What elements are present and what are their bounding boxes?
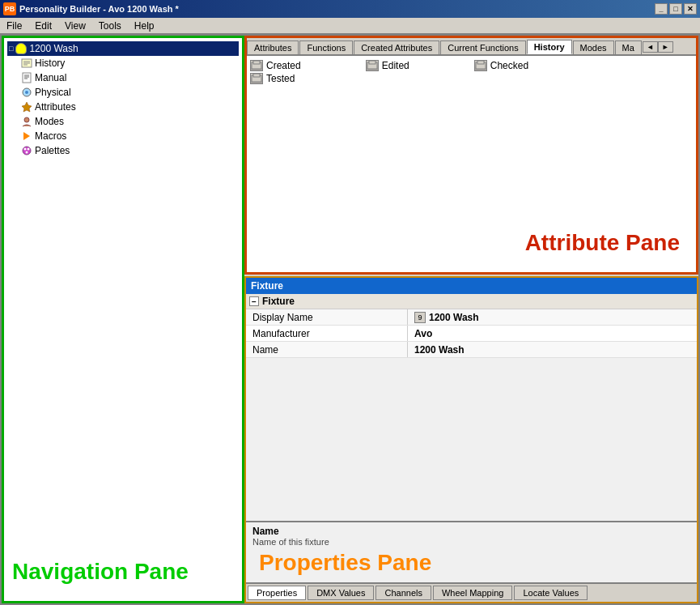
fixture-content: − Fixture Display Name 9 1200 Wash Manuf… [246,294,697,521]
edited-icon [366,60,379,71]
svg-rect-4 [23,73,31,83]
history-row-1: Created Edited [250,59,693,72]
display-name-badge: 9 [414,312,426,323]
svg-point-12 [24,148,27,151]
tree-item-palettes[interactable]: Palettes [7,143,239,158]
menu-view[interactable]: View [62,19,89,32]
window-title: Personality Builder - Avo 1200 Wash * [19,4,179,14]
attribute-pane-label: Attribute Pane [525,230,680,256]
macros-icon [20,130,33,143]
desc-text: Name of this fixture [252,537,690,547]
fixture-group-label: Fixture [262,296,295,307]
menu-tools[interactable]: Tools [95,19,125,32]
menu-file[interactable]: File [3,19,25,32]
prop-value-display-name: 9 1200 Wash [408,309,697,325]
tab-ma[interactable]: Ma [615,40,642,54]
history-item-checked-label: Checked [490,60,528,71]
bottom-tab-wheel-mapping[interactable]: Wheel Mapping [433,586,512,600]
tab-current-functions[interactable]: Current Functions [440,40,525,54]
svg-point-9 [25,91,28,94]
maximize-button[interactable]: □ [669,3,682,15]
tree-item-history-label: History [35,58,65,69]
bottom-tab-properties[interactable]: Properties [248,586,306,600]
properties-pane: Fixture − Fixture Display Name 9 1200 Wa… [244,276,698,603]
tree-item-manual[interactable]: Manual [7,70,239,85]
menu-help[interactable]: Help [131,19,158,32]
navigation-pane: □ 1200 Wash History [2,36,244,603]
tree-item-physical[interactable]: Physical [7,85,239,100]
history-item-edited-label: Edited [382,60,409,71]
tested-icon [250,73,263,84]
svg-point-13 [28,148,30,151]
palettes-svg-icon [21,145,32,156]
right-pane: Attributes Functions Created Attributes … [244,36,698,603]
tab-modes[interactable]: Modes [573,40,614,54]
title-bar: PB Personality Builder - Avo 1200 Wash *… [0,0,700,18]
bottom-tab-locate-values[interactable]: Locate Values [514,586,588,600]
history-item-tested-label: Tested [266,73,295,84]
tab-scroll-left[interactable]: ◄ [643,41,658,53]
history-item-checked: Checked [474,60,528,71]
checked-icon [474,60,487,71]
display-name-value: 1200 Wash [429,312,479,323]
manufacturer-value: Avo [414,328,432,339]
history-item-tested: Tested [250,73,295,84]
svg-rect-18 [369,61,375,64]
root-icon [15,42,28,55]
palettes-icon [20,144,33,157]
menu-bar: File Edit View Tools Help [0,18,700,34]
tab-created-attributes[interactable]: Created Attributes [354,40,439,54]
tree-root[interactable]: □ 1200 Wash [7,41,239,56]
attribute-tabs-bar: Attributes Functions Created Attributes … [247,38,696,56]
desc-label: Name [252,526,690,537]
svg-rect-22 [253,74,260,77]
tested-svg [251,74,262,83]
macros-arrow-icon [23,132,30,140]
fixture-group-header: − Fixture [246,294,697,309]
tab-history[interactable]: History [527,40,572,54]
expand-icon[interactable]: □ [9,45,13,53]
physical-svg-icon [21,87,32,98]
tab-scroll-right[interactable]: ► [658,41,673,53]
menu-edit[interactable]: Edit [32,19,55,32]
history-content: Created Edited [247,56,696,88]
prop-label-name: Name [246,342,408,357]
properties-pane-label: Properties Pane [252,547,438,579]
bottom-tab-dmx-values[interactable]: DMX Values [308,586,374,600]
prop-label-display-name: Display Name [246,309,408,325]
svg-point-14 [26,151,28,154]
prop-row-name: Name 1200 Wash [246,342,697,358]
created-svg [251,61,262,70]
tree-root-label: 1200 Wash [29,43,78,54]
description-panel: Name Name of this fixture Properties Pan… [246,521,697,582]
close-button[interactable]: ✕ [684,3,697,15]
fixture-header: Fixture [246,278,697,294]
tree-item-macros[interactable]: Macros [7,129,239,143]
tree-item-macros-label: Macros [35,130,66,142]
app-icon: PB [3,2,16,15]
app-icon-label: PB [5,5,15,13]
tree-item-modes-label: Modes [35,116,64,127]
created-icon [250,60,263,71]
tree-item-attributes[interactable]: Attributes [7,100,239,114]
tab-attributes[interactable]: Attributes [247,40,299,54]
tab-functions[interactable]: Functions [299,40,353,54]
bottom-tabs: Properties DMX Values Channels Wheel Map… [246,582,697,602]
nav-pane-label: Navigation Pane [12,559,189,585]
manual-svg-icon [21,72,32,83]
prop-row-manufacturer: Manufacturer Avo [246,326,697,342]
tree-item-attributes-label: Attributes [35,101,76,113]
history-item-created: Created [250,60,301,71]
edited-svg [367,61,378,70]
modes-svg-icon [21,116,32,127]
tree-item-history[interactable]: History [7,56,239,70]
tree-item-modes[interactable]: Modes [7,114,239,129]
history-item-edited: Edited [366,60,409,71]
collapse-fixture-button[interactable]: − [249,296,259,306]
main-layout: □ 1200 Wash History [0,34,700,605]
minimize-button[interactable]: _ [655,3,668,15]
svg-rect-20 [477,61,484,64]
tree-container: □ 1200 Wash History [4,38,242,601]
bottom-tab-channels[interactable]: Channels [375,586,431,600]
history-icon [20,57,33,70]
